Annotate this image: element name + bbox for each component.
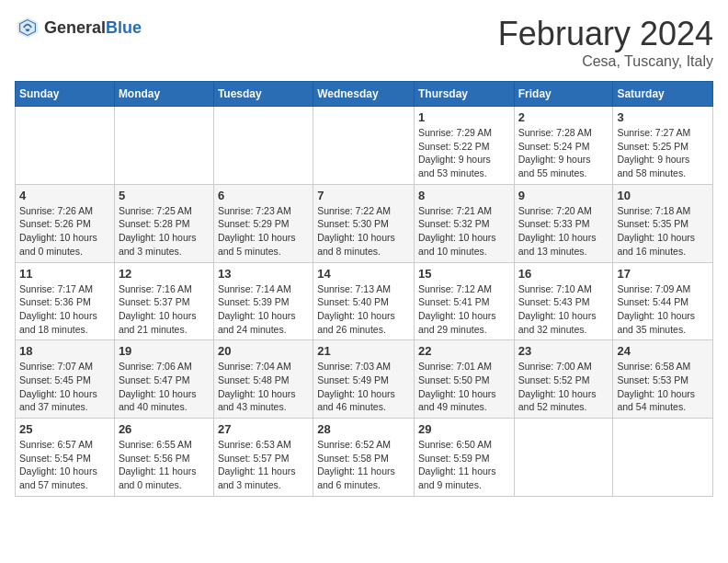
col-header-wednesday: Wednesday: [313, 82, 415, 107]
week-row-3: 11Sunrise: 7:17 AM Sunset: 5:36 PM Dayli…: [16, 262, 713, 340]
day-info: Sunrise: 6:55 AM Sunset: 5:56 PM Dayligh…: [119, 438, 210, 492]
day-number: 27: [218, 422, 309, 436]
day-cell: 3Sunrise: 7:27 AM Sunset: 5:25 PM Daylig…: [613, 107, 713, 185]
day-info: Sunrise: 7:23 AM Sunset: 5:29 PM Dayligh…: [218, 204, 309, 259]
day-number: 13: [218, 267, 309, 281]
day-info: Sunrise: 7:10 AM Sunset: 5:43 PM Dayligh…: [518, 282, 609, 337]
day-info: Sunrise: 7:12 AM Sunset: 5:41 PM Dayligh…: [418, 282, 510, 337]
day-number: 11: [19, 267, 110, 281]
day-info: Sunrise: 7:09 AM Sunset: 5:44 PM Dayligh…: [617, 282, 709, 337]
day-cell: 28Sunrise: 6:52 AM Sunset: 5:58 PM Dayli…: [313, 419, 415, 497]
day-info: Sunrise: 7:17 AM Sunset: 5:36 PM Dayligh…: [19, 282, 110, 337]
day-number: 2: [518, 110, 609, 124]
day-cell: 4Sunrise: 7:26 AM Sunset: 5:26 PM Daylig…: [16, 184, 115, 262]
day-cell: 15Sunrise: 7:12 AM Sunset: 5:41 PM Dayli…: [414, 262, 514, 340]
day-info: Sunrise: 7:07 AM Sunset: 5:45 PM Dayligh…: [19, 360, 110, 414]
day-cell: 22Sunrise: 7:01 AM Sunset: 5:50 PM Dayli…: [414, 340, 514, 419]
logo-general: General: [44, 18, 106, 37]
day-info: Sunrise: 7:26 AM Sunset: 5:26 PM Dayligh…: [19, 204, 110, 259]
day-info: Sunrise: 7:25 AM Sunset: 5:28 PM Dayligh…: [119, 204, 210, 259]
day-info: Sunrise: 7:16 AM Sunset: 5:37 PM Dayligh…: [119, 282, 210, 337]
week-row-1: 1Sunrise: 7:29 AM Sunset: 5:22 PM Daylig…: [16, 107, 713, 185]
day-info: Sunrise: 7:00 AM Sunset: 5:52 PM Dayligh…: [518, 360, 609, 414]
day-cell: 26Sunrise: 6:55 AM Sunset: 5:56 PM Dayli…: [114, 419, 213, 497]
logo-icon: [15, 15, 40, 40]
month-year-title: February 2024: [498, 15, 713, 53]
logo: GeneralBlue: [15, 15, 142, 40]
day-cell: 5Sunrise: 7:25 AM Sunset: 5:28 PM Daylig…: [114, 184, 213, 262]
day-number: 4: [19, 189, 110, 202]
col-header-tuesday: Tuesday: [213, 82, 313, 107]
day-number: 7: [317, 189, 410, 202]
day-info: Sunrise: 6:50 AM Sunset: 5:59 PM Dayligh…: [418, 438, 510, 492]
day-cell: 12Sunrise: 7:16 AM Sunset: 5:37 PM Dayli…: [114, 262, 213, 340]
col-header-saturday: Saturday: [613, 82, 713, 107]
day-cell: 10Sunrise: 7:18 AM Sunset: 5:35 PM Dayli…: [613, 184, 713, 262]
day-cell: 19Sunrise: 7:06 AM Sunset: 5:47 PM Dayli…: [114, 340, 213, 419]
day-info: Sunrise: 7:14 AM Sunset: 5:39 PM Dayligh…: [218, 282, 309, 337]
day-cell: 21Sunrise: 7:03 AM Sunset: 5:49 PM Dayli…: [313, 340, 415, 419]
day-info: Sunrise: 6:57 AM Sunset: 5:54 PM Dayligh…: [19, 438, 110, 492]
day-cell: 13Sunrise: 7:14 AM Sunset: 5:39 PM Dayli…: [213, 262, 313, 340]
day-number: 24: [617, 344, 709, 358]
day-cell: 16Sunrise: 7:10 AM Sunset: 5:43 PM Dayli…: [514, 262, 613, 340]
day-cell: 9Sunrise: 7:20 AM Sunset: 5:33 PM Daylig…: [514, 184, 613, 262]
day-cell: 23Sunrise: 7:00 AM Sunset: 5:52 PM Dayli…: [514, 340, 613, 419]
day-number: 17: [617, 267, 709, 281]
day-number: 6: [218, 189, 309, 202]
day-number: 25: [19, 422, 110, 436]
week-row-5: 25Sunrise: 6:57 AM Sunset: 5:54 PM Dayli…: [16, 419, 713, 497]
day-number: 12: [119, 267, 210, 281]
week-row-2: 4Sunrise: 7:26 AM Sunset: 5:26 PM Daylig…: [16, 184, 713, 262]
day-info: Sunrise: 6:53 AM Sunset: 5:57 PM Dayligh…: [218, 438, 309, 492]
page-header: GeneralBlue February 2024 Cesa, Tuscany,…: [15, 15, 713, 70]
location-subtitle: Cesa, Tuscany, Italy: [498, 53, 713, 70]
day-info: Sunrise: 7:22 AM Sunset: 5:30 PM Dayligh…: [317, 204, 410, 259]
day-cell: 29Sunrise: 6:50 AM Sunset: 5:59 PM Dayli…: [414, 419, 514, 497]
week-row-4: 18Sunrise: 7:07 AM Sunset: 5:45 PM Dayli…: [16, 340, 713, 419]
day-info: Sunrise: 7:28 AM Sunset: 5:24 PM Dayligh…: [518, 126, 609, 180]
day-number: 16: [518, 267, 609, 281]
day-info: Sunrise: 7:20 AM Sunset: 5:33 PM Dayligh…: [518, 204, 609, 259]
day-info: Sunrise: 7:06 AM Sunset: 5:47 PM Dayligh…: [119, 360, 210, 414]
day-number: 9: [518, 189, 609, 202]
day-cell: [16, 107, 115, 185]
logo-text: GeneralBlue: [44, 18, 142, 38]
day-number: 10: [617, 189, 709, 202]
day-cell: 25Sunrise: 6:57 AM Sunset: 5:54 PM Dayli…: [16, 419, 115, 497]
day-info: Sunrise: 7:04 AM Sunset: 5:48 PM Dayligh…: [218, 360, 309, 414]
day-cell: 6Sunrise: 7:23 AM Sunset: 5:29 PM Daylig…: [213, 184, 313, 262]
day-cell: 14Sunrise: 7:13 AM Sunset: 5:40 PM Dayli…: [313, 262, 415, 340]
day-cell: 20Sunrise: 7:04 AM Sunset: 5:48 PM Dayli…: [213, 340, 313, 419]
day-cell: 24Sunrise: 6:58 AM Sunset: 5:53 PM Dayli…: [613, 340, 713, 419]
day-info: Sunrise: 7:13 AM Sunset: 5:40 PM Dayligh…: [317, 282, 410, 337]
col-header-thursday: Thursday: [414, 82, 514, 107]
calendar-table: SundayMondayTuesdayWednesdayThursdayFrid…: [15, 81, 713, 497]
day-number: 23: [518, 344, 609, 358]
day-info: Sunrise: 7:03 AM Sunset: 5:49 PM Dayligh…: [317, 360, 410, 414]
day-number: 1: [418, 110, 510, 124]
day-cell: [514, 419, 613, 497]
day-info: Sunrise: 7:21 AM Sunset: 5:32 PM Dayligh…: [418, 204, 510, 259]
day-number: 21: [317, 344, 410, 358]
day-number: 20: [218, 344, 309, 358]
day-info: Sunrise: 6:58 AM Sunset: 5:53 PM Dayligh…: [617, 360, 709, 414]
day-number: 18: [19, 344, 110, 358]
day-cell: [213, 107, 313, 185]
day-cell: [313, 107, 415, 185]
day-cell: [613, 419, 713, 497]
day-info: Sunrise: 7:27 AM Sunset: 5:25 PM Dayligh…: [617, 126, 709, 180]
day-number: 8: [418, 189, 510, 202]
day-cell: 2Sunrise: 7:28 AM Sunset: 5:24 PM Daylig…: [514, 107, 613, 185]
day-cell: 7Sunrise: 7:22 AM Sunset: 5:30 PM Daylig…: [313, 184, 415, 262]
column-header-row: SundayMondayTuesdayWednesdayThursdayFrid…: [16, 82, 713, 107]
day-cell: 18Sunrise: 7:07 AM Sunset: 5:45 PM Dayli…: [16, 340, 115, 419]
day-cell: [114, 107, 213, 185]
col-header-friday: Friday: [514, 82, 613, 107]
day-cell: 17Sunrise: 7:09 AM Sunset: 5:44 PM Dayli…: [613, 262, 713, 340]
col-header-monday: Monday: [114, 82, 213, 107]
day-info: Sunrise: 7:29 AM Sunset: 5:22 PM Dayligh…: [418, 126, 510, 180]
day-number: 14: [317, 267, 410, 281]
day-number: 22: [418, 344, 510, 358]
title-area: February 2024 Cesa, Tuscany, Italy: [498, 15, 713, 70]
